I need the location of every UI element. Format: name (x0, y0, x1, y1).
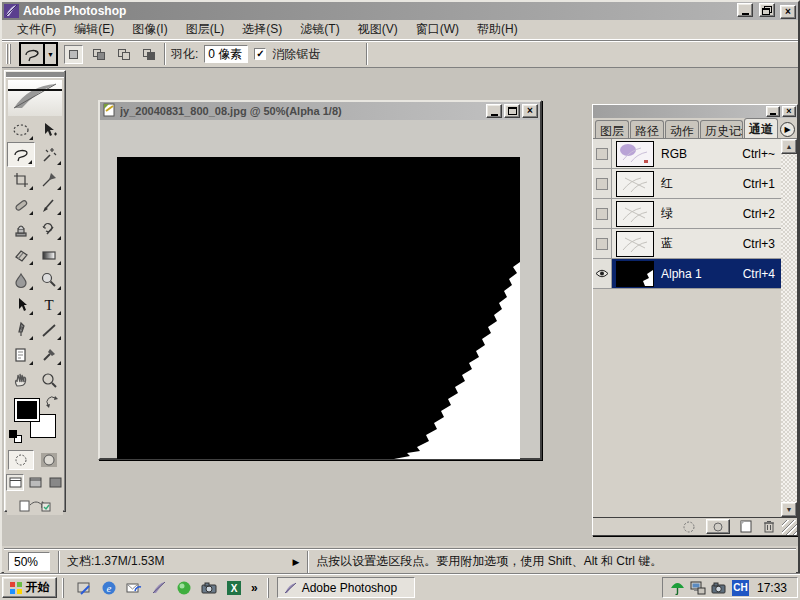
palette-scrollbar[interactable]: ▲ ▼ (781, 139, 797, 517)
eraser-tool[interactable] (7, 242, 35, 267)
visibility-toggle[interactable] (593, 229, 612, 258)
toolbox-drag-handle[interactable] (6, 72, 64, 78)
status-popup-arrow[interactable]: ▶ (292, 557, 299, 567)
dodge-tool[interactable] (35, 267, 63, 292)
taskbar-grip[interactable] (62, 578, 67, 598)
tab-paths[interactable]: 路径 (630, 120, 664, 138)
swap-colors-icon[interactable] (46, 396, 58, 411)
network-computer-icon[interactable] (690, 580, 707, 596)
document-titlebar[interactable]: jy_20040831_800_08.jpg @ 50%(Alpha 1/8) … (100, 102, 540, 120)
eyedropper-tool[interactable] (35, 342, 63, 367)
pen-tool[interactable] (7, 317, 35, 342)
visibility-toggle[interactable] (593, 259, 612, 288)
move-tool[interactable] (35, 117, 63, 142)
intersect-selection-button[interactable] (139, 45, 158, 64)
menu-image[interactable]: 图像(I) (123, 19, 176, 40)
palette-minimize-button[interactable] (766, 106, 780, 117)
notes-tool[interactable] (7, 342, 35, 367)
photoshop-quicklaunch-icon[interactable] (149, 578, 169, 598)
scroll-up-button[interactable]: ▲ (781, 139, 797, 154)
slice-tool[interactable] (35, 167, 63, 192)
lasso-tool[interactable] (7, 142, 35, 167)
feather-input[interactable] (204, 45, 248, 63)
start-button[interactable]: 开始 (2, 577, 57, 598)
menu-edit[interactable]: 编辑(E) (65, 19, 123, 40)
channel-row-green[interactable]: 绿 Ctrl+2 (593, 199, 781, 229)
channel-row-rgb[interactable]: RGB Ctrl+~ (593, 139, 781, 169)
palette-menu-button[interactable]: ▶ (780, 122, 795, 137)
menu-view[interactable]: 视图(V) (349, 19, 407, 40)
visibility-toggle[interactable] (593, 169, 612, 198)
save-selection-button[interactable] (706, 519, 730, 534)
quicklaunch-overflow-chevron[interactable]: » (249, 581, 260, 595)
blur-tool[interactable] (7, 267, 35, 292)
doc-maximize-button[interactable] (504, 104, 520, 118)
restore-button[interactable] (759, 3, 775, 17)
tab-actions[interactable]: 动作 (665, 120, 699, 138)
visibility-toggle[interactable] (593, 199, 612, 228)
load-selection-icon[interactable] (682, 520, 696, 534)
doc-minimize-button[interactable] (486, 104, 502, 118)
brush-tool[interactable] (35, 192, 63, 217)
menu-filter[interactable]: 滤镜(T) (291, 19, 348, 40)
subtract-selection-button[interactable] (114, 45, 133, 64)
magic-wand-tool[interactable] (35, 142, 63, 167)
quick-mask-mode-button[interactable] (36, 450, 62, 470)
fullscreen-button[interactable] (46, 474, 64, 491)
palette-close-button[interactable]: × (782, 106, 796, 117)
zoom-tool[interactable] (35, 367, 63, 392)
antivirus-umbrella-icon[interactable] (669, 580, 686, 596)
menu-file[interactable]: 文件(F) (8, 19, 65, 40)
clone-stamp-tool[interactable] (7, 217, 35, 242)
tool-preset-dropdown[interactable]: ▼ (45, 42, 58, 66)
outlook-express-icon[interactable] (124, 578, 144, 598)
visibility-toggle[interactable] (593, 139, 612, 168)
menu-window[interactable]: 窗口(W) (407, 19, 468, 40)
path-selection-tool[interactable] (7, 292, 35, 317)
show-desktop-icon[interactable] (74, 578, 94, 598)
palette-titlebar[interactable]: × (593, 105, 797, 118)
channel-row-blue[interactable]: 蓝 Ctrl+3 (593, 229, 781, 259)
delete-channel-button[interactable] (763, 520, 775, 533)
taskbar-grip-2[interactable] (267, 578, 272, 598)
close-button[interactable]: × (780, 5, 796, 19)
document-size-info[interactable]: 文档:1.37M/1.53M (67, 553, 164, 570)
antialias-checkbox[interactable]: ✓ (254, 48, 266, 60)
healing-brush-tool[interactable] (7, 192, 35, 217)
channel-row-alpha1[interactable]: Alpha 1 Ctrl+4 (593, 259, 781, 289)
doc-close-button[interactable]: × (522, 104, 538, 118)
ime-indicator[interactable]: CH (732, 580, 749, 596)
type-tool[interactable]: T (35, 292, 63, 317)
marquee-tool[interactable] (7, 117, 35, 142)
internet-explorer-icon[interactable]: e (99, 578, 119, 598)
crop-tool[interactable] (7, 167, 35, 192)
tab-layers[interactable]: 图层 (595, 120, 629, 138)
hand-tool[interactable] (7, 367, 35, 392)
tab-history[interactable]: 历史记录 (700, 120, 743, 138)
zoom-level-field[interactable]: 50% (8, 552, 50, 571)
fullscreen-menu-button[interactable] (26, 474, 44, 491)
line-tool[interactable] (35, 317, 63, 342)
default-colors-icon[interactable] (9, 430, 22, 443)
photoshop-logo[interactable] (8, 80, 62, 116)
palette-resize-grip[interactable] (782, 520, 797, 535)
channel-row-red[interactable]: 红 Ctrl+1 (593, 169, 781, 199)
camera-app-icon[interactable] (199, 578, 219, 598)
image-canvas[interactable] (117, 157, 520, 459)
camera-tray-icon[interactable] (711, 580, 728, 596)
tool-preset-picker[interactable]: ▼ (19, 42, 58, 66)
new-channel-button[interactable] (740, 520, 753, 533)
photoshop-task-button[interactable]: Adobe Photoshop (277, 577, 415, 598)
excel-app-icon[interactable]: X (224, 578, 244, 598)
add-selection-button[interactable] (89, 45, 108, 64)
jump-to-imageready-button[interactable] (7, 495, 63, 515)
new-selection-button[interactable] (64, 45, 83, 64)
standard-mode-button[interactable] (8, 450, 34, 470)
foreground-color-swatch[interactable] (14, 398, 40, 422)
minimize-button[interactable] (737, 3, 753, 17)
green-orb-app-icon[interactable] (174, 578, 194, 598)
options-grip[interactable] (6, 44, 13, 64)
history-brush-tool[interactable] (35, 217, 63, 242)
menu-help[interactable]: 帮助(H) (468, 19, 527, 40)
scroll-down-button[interactable]: ▼ (781, 502, 797, 517)
